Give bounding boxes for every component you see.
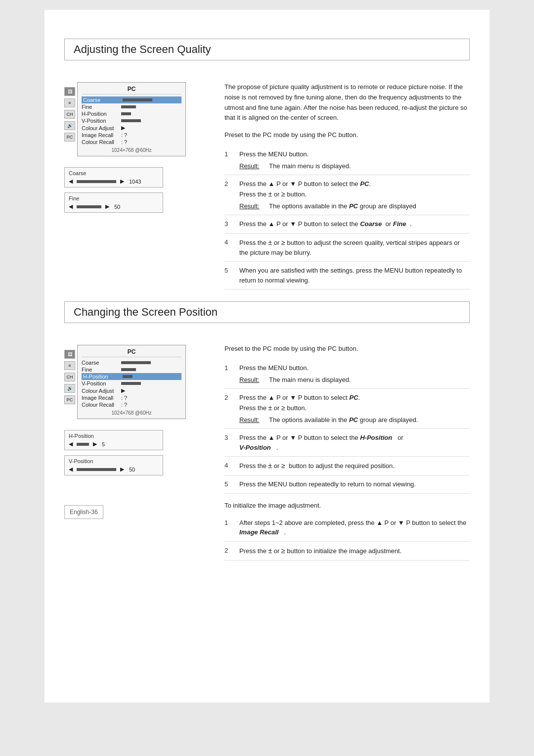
step5-num: 5 bbox=[224, 266, 234, 276]
sub-arrow-right-vpos: ▶ bbox=[120, 466, 124, 472]
s2-step3-num: 3 bbox=[224, 433, 234, 443]
section1-preset: Preset to the PC mode by using the PC bu… bbox=[224, 131, 470, 139]
osd-row-colour-recall: Colour Recall : ? bbox=[82, 139, 181, 145]
osd-bar-coarse-2 bbox=[121, 361, 151, 364]
icon-pc: PC bbox=[64, 133, 75, 142]
sub-osd-vpos-row: ◀ ▶ 50 bbox=[69, 466, 159, 472]
s2-step1-content: Press the MENU button. Result: The main … bbox=[239, 363, 470, 384]
osd-val-colour-recall: : ? bbox=[121, 139, 127, 145]
icon-image: 🖼 bbox=[64, 87, 75, 96]
osd-main-coarse: 🖼 ≡ CH 🔊 PC PC Coarse Fine bbox=[64, 82, 213, 162]
section1-left: 🖼 ≡ CH 🔊 PC PC Coarse Fine bbox=[64, 82, 213, 289]
s2-step1-result-text: The main menu is displayed. bbox=[269, 375, 351, 385]
osd-row-fine: Fine bbox=[82, 103, 181, 110]
sub-arrow-right-coarse: ▶ bbox=[120, 178, 124, 185]
osd-val-colour-recall-2: : ? bbox=[121, 402, 127, 408]
section1-steps: 1 Press the MENU button. Result: The mai… bbox=[224, 145, 470, 289]
sub-arrow-left-coarse: ◀ bbox=[69, 178, 73, 185]
s2-step2-result: Result: The options available in the PC … bbox=[239, 415, 470, 425]
sub-arrow-right-hpos: ▶ bbox=[93, 441, 97, 447]
s2-step2-result-label: Result: bbox=[239, 415, 264, 425]
sub-osd-coarse-row: ◀ ▶ 1043 bbox=[69, 178, 159, 185]
section1-title: Adjusting the Screen Quality bbox=[64, 39, 470, 60]
step5-content: When you are satisfied with the settings… bbox=[239, 266, 470, 285]
osd-label-colour-recall: Colour Recall bbox=[82, 139, 121, 145]
osd-bar-coarse-fill bbox=[123, 98, 152, 101]
s2-step1-result: Result: The main menu is displayed. bbox=[239, 375, 470, 385]
s2-step3: 3 Press the ▲ P or ▼ P button to select … bbox=[224, 429, 470, 457]
step4-content: Press the ± or ≥ button to adjust the sc… bbox=[239, 237, 470, 258]
section1-intro: The propose of picture quality adjustmen… bbox=[224, 82, 470, 123]
s2-step2: 2 Press the ▲ P or ▼ P button to select … bbox=[224, 389, 470, 429]
sub-arrow-left-fine: ◀ bbox=[69, 203, 73, 210]
sub-osd-fine-title: Fine bbox=[69, 195, 159, 201]
s2-step2-text: Press the ▲ P or ▼ P button to select PC… bbox=[239, 394, 360, 412]
osd-row-fine-2: Fine bbox=[82, 366, 181, 373]
osd-row-colour-recall-2: Colour Recall : ? bbox=[82, 401, 181, 408]
step1: 1 Press the MENU button. Result: The mai… bbox=[224, 145, 470, 175]
sub-val-coarse: 1043 bbox=[129, 179, 141, 185]
sub-arrow-left-vpos: ◀ bbox=[69, 466, 73, 472]
s2-step3-content: Press the ▲ P or ▼ P button to select th… bbox=[239, 433, 470, 452]
initialize-steps: 1 After steps 1~2 above are completed, p… bbox=[224, 514, 470, 561]
osd-label-fine-2: Fine bbox=[82, 367, 121, 373]
sub-osd-coarse: Coarse ◀ ▶ 1043 bbox=[64, 167, 163, 188]
osd-val-image-recall-2: : ? bbox=[121, 395, 127, 401]
sub-osd-vpos: V-Position ◀ ▶ 50 bbox=[64, 455, 163, 475]
s2-step4-content: Press the ± or ≥ button to adjust the re… bbox=[239, 461, 470, 471]
sub-osd-vpos-title: V-Position bbox=[69, 458, 159, 464]
section2-right: Preset to the PC mode by using the PC bu… bbox=[224, 345, 470, 561]
sub-arrow-right-fine: ▶ bbox=[105, 203, 109, 210]
step5-text: When you are satisfied with the settings… bbox=[239, 267, 462, 284]
init-step2: 2 Press the ± or ≥ button to initialize … bbox=[224, 542, 470, 561]
osd-row-coarse: Coarse bbox=[82, 96, 181, 103]
osd-label-colour-adj: Colour Adjust bbox=[82, 125, 121, 131]
osd-row-colour-adj-2: Colour Adjust ▶ bbox=[82, 387, 181, 394]
osd-row-hpos-2: H-Position bbox=[82, 373, 181, 380]
sub-val-vpos: 50 bbox=[129, 467, 135, 472]
osd-bar-vpos bbox=[121, 119, 141, 122]
step3: 3 Press the ▲ P or ▼ P button to select … bbox=[224, 215, 470, 234]
sub-osd-hpos-row: ◀ ▶ 5 bbox=[69, 441, 159, 447]
s2-step5-num: 5 bbox=[224, 479, 234, 489]
sub-val-fine: 50 bbox=[114, 204, 120, 210]
osd-freq-2: 1024×768 @60Hz bbox=[82, 410, 181, 416]
init-step2-text: Press the ± or ≥ button to initialize th… bbox=[239, 547, 401, 555]
sub-val-hpos: 5 bbox=[102, 441, 105, 447]
osd-label-hpos: H-Position bbox=[82, 111, 121, 117]
osd-row-hpos: H-Position bbox=[82, 110, 181, 117]
s2-step2-result-text: The options available in the PC group ar… bbox=[269, 415, 418, 425]
init-step2-content: Press the ± or ≥ button to initialize th… bbox=[239, 546, 470, 556]
osd-label-fine: Fine bbox=[82, 104, 121, 110]
osd-row-coarse-2: Coarse bbox=[82, 359, 181, 366]
sub-bar-hpos bbox=[77, 443, 89, 446]
osd-side-icons-2: 🖼 ≡ CH 🔊 PC bbox=[64, 350, 75, 404]
osd-row-vpos-2: V-Position bbox=[82, 380, 181, 387]
init-step1-num: 1 bbox=[224, 518, 234, 528]
section2-header: Changing the Screen Position bbox=[64, 301, 470, 334]
osd-bar-hpos-2 bbox=[123, 375, 133, 378]
osd-row-image-recall-2: Image Recall : ? bbox=[82, 394, 181, 401]
step2-result-text: The options available in the PC group ar… bbox=[269, 201, 416, 211]
osd-label-vpos-2: V-Position bbox=[82, 380, 121, 386]
s2-step1-num: 1 bbox=[224, 363, 234, 373]
s2-step3-text: Press the ▲ P or ▼ P button to select th… bbox=[239, 434, 403, 451]
step5: 5 When you are satisfied with the settin… bbox=[224, 262, 470, 289]
s2-step5: 5 Press the MENU button repeatedly to re… bbox=[224, 475, 470, 494]
osd-row-colour-adj: Colour Adjust ▶ bbox=[82, 124, 181, 132]
step2-result-label: Result: bbox=[239, 201, 264, 211]
sub-osd-coarse-title: Coarse bbox=[69, 170, 159, 176]
osd-label-vpos: V-Position bbox=[82, 118, 121, 124]
osd-label-image-recall: Image Recall bbox=[82, 132, 121, 138]
osd-box-main: PC Coarse Fine H-Position bbox=[77, 82, 186, 156]
section1-content: 🖼 ≡ CH 🔊 PC PC Coarse Fine bbox=[64, 82, 470, 289]
osd-freq: 1024×768 @60Hz bbox=[82, 147, 181, 153]
sub-bar-vpos bbox=[77, 468, 116, 471]
osd-main-pos: 🖼 ≡ CH 🔊 PC PC Coarse Fine bbox=[64, 345, 213, 425]
osd-bar-coarse bbox=[123, 98, 154, 101]
sub-bar-coarse bbox=[77, 180, 116, 183]
s2-step2-content: Press the ▲ P or ▼ P button to select PC… bbox=[239, 393, 470, 425]
s2-step4-num: 4 bbox=[224, 461, 234, 471]
init-step1: 1 After steps 1~2 above are completed, p… bbox=[224, 514, 470, 542]
s2-step4-text: Press the ± or ≥ button to adjust the re… bbox=[239, 462, 395, 470]
